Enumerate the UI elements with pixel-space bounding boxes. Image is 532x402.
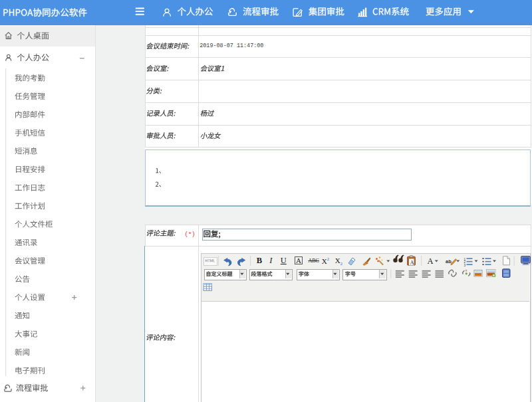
svg-text:3: 3 bbox=[464, 264, 466, 267]
svg-text:ab: ab bbox=[446, 258, 452, 264]
svg-text:?: ? bbox=[465, 269, 467, 273]
svg-text:A: A bbox=[410, 259, 415, 266]
svg-text:A: A bbox=[428, 256, 434, 266]
